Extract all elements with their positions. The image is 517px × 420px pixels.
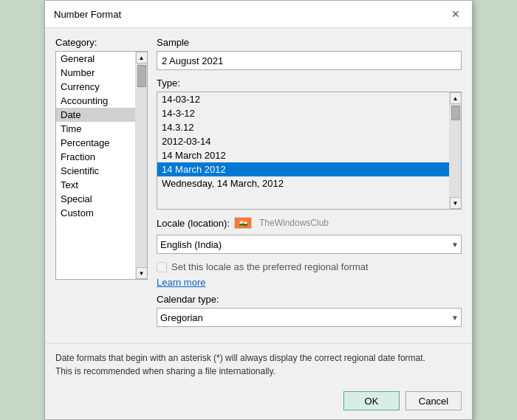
type-scrollbar: ▲ ▼ bbox=[449, 92, 461, 209]
list-item[interactable]: Text bbox=[56, 178, 135, 192]
type-list-container: 14-03-12 14-3-12 14.3.12 2012-03-14 14 M… bbox=[157, 92, 462, 210]
type-list: 14-03-12 14-3-12 14.3.12 2012-03-14 14 M… bbox=[157, 92, 449, 190]
list-item[interactable]: Percentage bbox=[56, 136, 135, 150]
locale-row: Locale (location): 🇮🇳 TheWindowsClub bbox=[157, 217, 462, 229]
scroll-down-arrow[interactable]: ▼ bbox=[136, 267, 148, 279]
calendar-select-wrapper: Gregorian Hijri Hebrew Japanese ▼ bbox=[157, 308, 462, 327]
type-label: Type: bbox=[157, 78, 462, 89]
watermark-text: TheWindowsClub bbox=[259, 218, 329, 228]
description-section: Date formats that begin with an asterisk… bbox=[45, 343, 472, 385]
sample-section: Sample 2 August 2021 bbox=[157, 37, 462, 70]
scroll-thumb[interactable] bbox=[137, 65, 146, 87]
list-item[interactable]: 14 March 2012 bbox=[157, 148, 449, 162]
category-label: Category: bbox=[55, 37, 148, 48]
type-scroll-down[interactable]: ▼ bbox=[450, 197, 462, 209]
list-item[interactable]: Accounting bbox=[56, 94, 135, 108]
category-list: General Number Currency Accounting Date … bbox=[56, 52, 135, 220]
list-item[interactable]: Scientific bbox=[56, 164, 135, 178]
type-scroll-track bbox=[450, 104, 461, 197]
scroll-track bbox=[136, 63, 147, 267]
list-item[interactable]: 2012-03-14 bbox=[157, 134, 449, 148]
dialog-title: Number Format bbox=[54, 9, 121, 20]
button-row: OK Cancel bbox=[45, 385, 472, 419]
list-item[interactable]: 14-03-12 bbox=[157, 92, 449, 106]
cancel-button[interactable]: Cancel bbox=[405, 391, 462, 410]
category-list-container: General Number Currency Accounting Date … bbox=[55, 51, 148, 280]
locale-select[interactable]: English (India) English (US) English (UK… bbox=[157, 235, 462, 254]
list-item[interactable]: 14.3.12 bbox=[157, 120, 449, 134]
dialog-body: Category: General Number Currency Accoun… bbox=[45, 28, 472, 343]
list-item[interactable]: Number bbox=[56, 66, 135, 80]
type-scroll-thumb[interactable] bbox=[451, 106, 460, 120]
locale-select-wrapper: English (India) English (US) English (UK… bbox=[157, 235, 462, 254]
checkbox-label: Set this locale as the preferred regiona… bbox=[171, 261, 369, 272]
title-bar: Number Format ✕ bbox=[45, 1, 472, 28]
scroll-up-arrow[interactable]: ▲ bbox=[136, 52, 148, 63]
desc-line2: This is recommended when sharing a file … bbox=[55, 365, 462, 378]
list-item[interactable]: Special bbox=[56, 192, 135, 206]
list-item[interactable]: Wednesday, 14 March, 2012 bbox=[157, 176, 449, 190]
list-item[interactable]: 14-3-12 bbox=[157, 106, 449, 120]
list-item[interactable]: Date bbox=[56, 108, 135, 122]
list-item[interactable]: General bbox=[56, 52, 135, 66]
locale-checkbox[interactable] bbox=[157, 262, 167, 272]
type-scroll-up[interactable]: ▲ bbox=[450, 92, 462, 104]
list-item[interactable]: Currency bbox=[56, 80, 135, 94]
list-item[interactable]: Time bbox=[56, 122, 135, 136]
checkbox-row: Set this locale as the preferred regiona… bbox=[157, 261, 462, 272]
type-list-inner: 14-03-12 14-3-12 14.3.12 2012-03-14 14 M… bbox=[157, 92, 449, 209]
calendar-label: Calendar type: bbox=[157, 294, 462, 305]
list-item[interactable]: Fraction bbox=[56, 150, 135, 164]
locale-flag-icon: 🇮🇳 bbox=[234, 217, 252, 229]
right-panel: Sample 2 August 2021 Type: 14-03-12 14-3… bbox=[157, 37, 462, 334]
locale-label: Locale (location): bbox=[157, 218, 230, 229]
learn-more-link[interactable]: Learn more bbox=[157, 277, 462, 288]
sample-value: 2 August 2021 bbox=[162, 55, 223, 66]
calendar-select[interactable]: Gregorian Hijri Hebrew Japanese bbox=[157, 308, 462, 327]
list-item[interactable]: Custom bbox=[56, 206, 135, 220]
desc-line1: Date formats that begin with an asterisk… bbox=[55, 351, 462, 365]
close-button[interactable]: ✕ bbox=[448, 7, 463, 21]
number-format-dialog: Number Format ✕ Category: General Number… bbox=[44, 0, 473, 420]
ok-button[interactable]: OK bbox=[343, 391, 400, 410]
list-item-selected[interactable]: 14 March 2012 bbox=[157, 162, 449, 176]
sample-label: Sample bbox=[157, 37, 462, 48]
left-panel: Category: General Number Currency Accoun… bbox=[55, 37, 148, 334]
category-scrollbar: ▲ ▼ bbox=[135, 52, 147, 279]
sample-box: 2 August 2021 bbox=[157, 51, 462, 70]
category-scroll-inner: General Number Currency Accounting Date … bbox=[56, 52, 135, 279]
